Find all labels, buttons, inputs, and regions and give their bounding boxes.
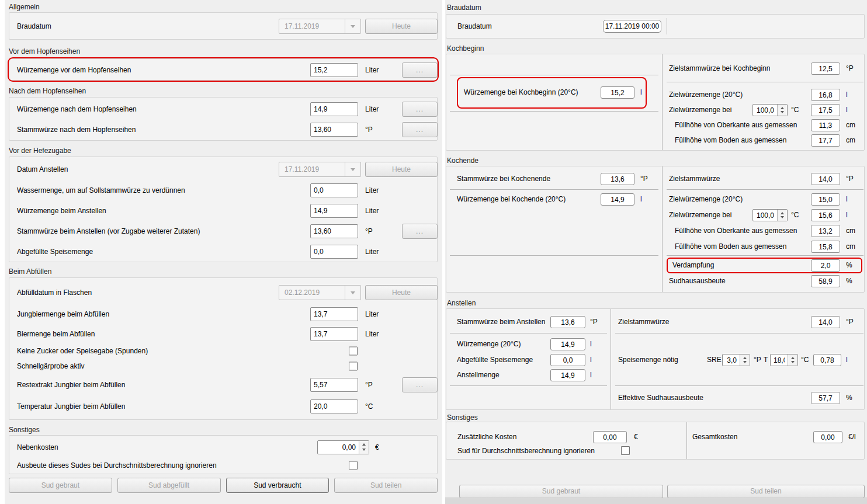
stammwuerze-anstellen-input[interactable]	[310, 224, 358, 238]
spin-arrows-icon[interactable]	[777, 105, 787, 116]
ziel-temp-kochende-spinbox[interactable]	[752, 209, 788, 221]
speisemenge-noetig-input[interactable]	[813, 354, 841, 366]
biermenge-input[interactable]	[310, 327, 358, 341]
abgefuellte-speisemenge-input[interactable]	[310, 245, 358, 259]
ziel-stammwuerze-kochbeginn-input[interactable]	[811, 62, 840, 75]
fuellhoehe-boden-kochbeginn-input[interactable]	[811, 134, 840, 147]
spin-arrows-icon[interactable]	[788, 354, 797, 366]
gesamtkosten-input[interactable]	[813, 431, 842, 443]
separator	[662, 54, 663, 150]
braudatum-date-combo[interactable]: 17.11.2019	[279, 19, 361, 34]
row-braudatum: Braudatum 17.11.2019 Heute	[9, 16, 437, 37]
stammwuerze-nach-hopfenseihen-more-button[interactable]: ...	[402, 122, 438, 137]
wuerzemenge-kochbeginn-input[interactable]	[601, 86, 634, 99]
spin-arrows-icon[interactable]	[777, 210, 787, 221]
stammwuerze-nach-hopfenseihen-input[interactable]	[310, 123, 358, 137]
ziel-wuerzemenge-bei-kochende-label: Zielwürzemenge bei	[669, 211, 731, 219]
sud-verbraucht-button[interactable]: Sud verbraucht	[226, 478, 330, 493]
stammwuerze-anstellen-label: Stammwürze beim Anstellen (vor Zugabe we…	[17, 227, 200, 235]
stammwuerze-anstellen-right-input[interactable]	[550, 316, 585, 328]
stammwuerze-kochenende-input[interactable]	[601, 173, 634, 185]
nebenkosten-input[interactable]	[318, 441, 359, 454]
t-spinbox[interactable]	[770, 354, 798, 366]
ziel-stammwuerze-kochende-input[interactable]	[811, 173, 840, 185]
row-restextrakt: Restextrakt Jungbier beim Abfüllen °P ..…	[9, 374, 437, 396]
abfuelldatum-heute-button[interactable]: Heute	[365, 285, 438, 300]
wassermenge-label: Wassermenge, um auf Sollstammwürze zu ve…	[17, 186, 185, 194]
braudatum-datetime-input[interactable]	[603, 20, 661, 33]
datum-anstellen-date-combo[interactable]: 17.11.2019	[279, 162, 361, 177]
jungbiermenge-input[interactable]	[310, 307, 358, 321]
wuerzemenge-vor-hopfenseihen-input[interactable]	[310, 63, 358, 77]
fuellhoehe-oberkante-kochende-label: Füllhöhe von Oberkante aus gemessen	[675, 227, 797, 235]
separator	[450, 385, 607, 386]
sud-gebraut-button[interactable]: Sud gebraut	[9, 478, 112, 493]
ausbeute-ignorieren-checkbox[interactable]	[349, 461, 358, 470]
ziel-temp-kochende-input[interactable]	[753, 210, 777, 221]
datum-anstellen-heute-button[interactable]: Heute	[365, 162, 438, 177]
sudhausausbeute-input[interactable]	[811, 275, 840, 287]
fuellhoehe-oberkante-kochende-input[interactable]	[811, 225, 840, 237]
abfuelldatum-date-value: 02.12.2019	[279, 289, 345, 297]
verdampfung-unit: %	[846, 261, 852, 269]
schnellgaerprobe-checkbox[interactable]	[349, 362, 358, 371]
row-abfuelldatum: Abfülldatum in Flaschen 02.12.2019 Heute	[9, 281, 437, 304]
anstellmenge-input[interactable]	[550, 369, 585, 381]
abfuelldatum-date-combo[interactable]: 02.12.2019	[279, 285, 361, 300]
groupbox-allgemein: Braudatum 17.11.2019 Heute	[9, 12, 438, 40]
spin-arrows-icon[interactable]	[359, 441, 369, 454]
wuerzemenge-vor-hopfenseihen-more-button[interactable]: ...	[402, 62, 438, 78]
restextrakt-more-button[interactable]: ...	[402, 377, 438, 392]
chevron-down-icon	[345, 19, 360, 33]
fuellhoehe-oberkante-kochbeginn-input[interactable]	[811, 119, 840, 131]
sre-input[interactable]	[723, 354, 740, 366]
sre-spinbox[interactable]	[722, 354, 750, 366]
separator	[450, 333, 607, 333]
ausbeute-ignorieren-label: Ausbeute dieses Sudes bei Durchschnittsb…	[17, 461, 217, 470]
ziel-temp-kochbeginn-spinbox[interactable]	[752, 104, 788, 116]
sud-ignorieren-checkbox[interactable]	[621, 446, 630, 455]
wuerzemenge-kochende-input[interactable]	[601, 193, 634, 206]
section-title-beim-abfuellen: Beim Abfüllen	[9, 267, 51, 276]
speisemenge-anstellen-input[interactable]	[550, 354, 585, 366]
speisemenge-anstellen-label: Abgefüllte Speisemenge	[457, 356, 533, 364]
wassermenge-input[interactable]	[310, 183, 358, 197]
ziel-stammwuerze-anstellen-input[interactable]	[811, 316, 840, 328]
separator	[667, 255, 863, 256]
sud-abgefuellt-button[interactable]: Sud abgefüllt	[117, 478, 221, 493]
stammwuerze-anstellen-unit: °P	[365, 227, 373, 235]
separator	[615, 333, 863, 333]
ziel-wuerzemenge-bei-kochbeginn-input[interactable]	[811, 104, 840, 116]
gesamtkosten-label: Gesamtkosten	[692, 433, 737, 441]
verdampfung-input[interactable]	[811, 259, 840, 272]
wuerzemenge20-anstellen-input[interactable]	[550, 338, 585, 350]
spin-arrows-icon[interactable]	[740, 354, 750, 366]
ziel-wuerzemenge-bei-kochende-input[interactable]	[811, 209, 840, 221]
wuerzemenge20-anstellen-unit: l	[590, 340, 592, 348]
wuerzemenge-anstellen-input[interactable]	[310, 204, 358, 218]
sud-gebraut-right-button[interactable]: Sud gebraut	[459, 485, 663, 498]
schnellgaerprobe-label: Schnellgärprobe aktiv	[17, 362, 84, 370]
spunden-checkbox[interactable]	[349, 347, 358, 356]
wuerzemenge-nach-hopfenseihen-input[interactable]	[310, 102, 358, 116]
stammwuerze-anstellen-more-button[interactable]: ...	[402, 224, 438, 239]
zusaetzliche-kosten-input[interactable]	[593, 431, 627, 443]
temperatur-jungbier-input[interactable]	[310, 399, 358, 413]
braudatum-heute-button[interactable]: Heute	[365, 19, 438, 34]
separator	[686, 422, 687, 459]
ziel-wuerzemenge20-kochende-input[interactable]	[811, 193, 840, 206]
nebenkosten-spinbox[interactable]	[317, 440, 369, 454]
effektive-sudhausausbeute-input[interactable]	[811, 392, 840, 404]
fuellhoehe-boden-kochende-input[interactable]	[811, 241, 840, 253]
sud-teilen-button[interactable]: Sud teilen	[334, 478, 438, 493]
biermenge-label: Biermenge beim Abfüllen	[17, 330, 95, 338]
section-title-kochbeginn: Kochbeginn	[447, 44, 484, 53]
sud-teilen-right-button[interactable]: Sud teilen	[667, 485, 865, 498]
t-input[interactable]	[771, 354, 788, 366]
restextrakt-input[interactable]	[310, 378, 358, 392]
ziel-temp-kochbeginn-input[interactable]	[753, 105, 777, 116]
wuerzemenge-nach-hopfenseihen-more-button[interactable]: ...	[402, 102, 438, 117]
row-nebenkosten: Nebenkosten €	[9, 437, 437, 457]
anstellmenge-label: Anstellmenge	[457, 371, 500, 379]
ziel-wuerzemenge20-kochbeginn-input[interactable]	[811, 89, 840, 101]
